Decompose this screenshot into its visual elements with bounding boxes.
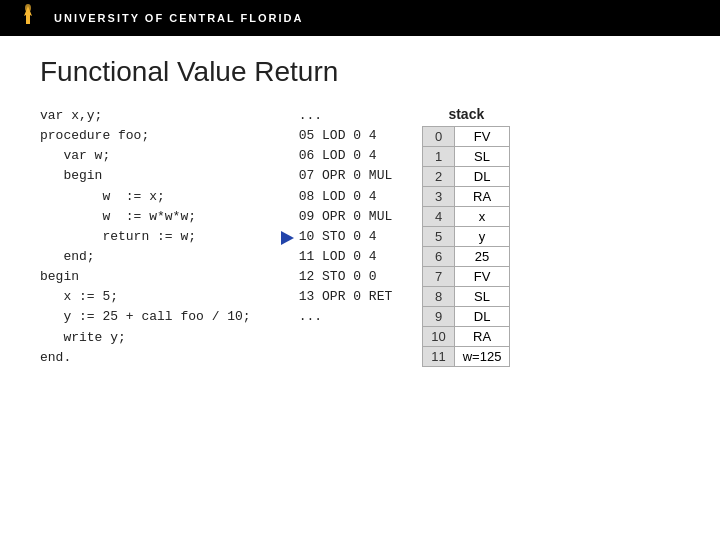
stack-row-index: 5: [423, 227, 454, 247]
main-area: var x,y; procedure foo; var w; begin w :…: [40, 106, 680, 368]
stack-row-index: 2: [423, 167, 454, 187]
stack-row-value: 25: [454, 247, 510, 267]
svg-rect-2: [26, 14, 30, 24]
stack-row-value: DL: [454, 307, 510, 327]
ucf-logo-icon: [12, 2, 44, 34]
stack-row-index: 9: [423, 307, 454, 327]
svg-point-3: [25, 4, 31, 12]
header-university-name: UNIVERSITY OF CENTRAL FLORIDA: [54, 12, 304, 24]
stack-row-value: SL: [454, 287, 510, 307]
stack-row-value: FV: [454, 127, 510, 147]
stack-row: 4x: [423, 207, 510, 227]
stack-row: 2DL: [423, 167, 510, 187]
instruction-line: 12 STO 0 0: [299, 267, 393, 287]
page-title: Functional Value Return: [40, 56, 680, 88]
stack-row-value: DL: [454, 167, 510, 187]
current-instruction-arrow-icon: [281, 231, 294, 245]
instruction-line: 08 LOD 0 4: [299, 187, 393, 207]
instruction-line: ...: [299, 106, 393, 126]
stack-row: 9DL: [423, 307, 510, 327]
stack-row: 625: [423, 247, 510, 267]
instruction-line: 05 LOD 0 4: [299, 126, 393, 146]
stack-row-value: RA: [454, 187, 510, 207]
instruction-line: 06 LOD 0 4: [299, 146, 393, 166]
stack-row-value: x: [454, 207, 510, 227]
stack-row: 0FV: [423, 127, 510, 147]
stack-row: 11w=125: [423, 347, 510, 367]
stack-table: 0FV1SL2DL3RA4x5y6257FV8SL9DL10RA11w=125: [422, 126, 510, 367]
stack-row-value: RA: [454, 327, 510, 347]
stack-label: stack: [422, 106, 510, 122]
stack-row-index: 10: [423, 327, 454, 347]
stack-section: stack 0FV1SL2DL3RA4x5y6257FV8SL9DL10RA11…: [422, 106, 510, 367]
stack-row-value: SL: [454, 147, 510, 167]
instruction-line: 13 OPR 0 RET: [299, 287, 393, 307]
stack-row-index: 4: [423, 207, 454, 227]
stack-row: 8SL: [423, 287, 510, 307]
instruction-line: 07 OPR 0 MUL: [299, 166, 393, 186]
stack-row-index: 7: [423, 267, 454, 287]
stack-row-value: y: [454, 227, 510, 247]
stack-row: 10RA: [423, 327, 510, 347]
stack-row: 3RA: [423, 187, 510, 207]
stack-row: 7FV: [423, 267, 510, 287]
stack-row-value: w=125: [454, 347, 510, 367]
stack-row-value: FV: [454, 267, 510, 287]
instructions-panel: ...05 LOD 0 406 LOD 0 407 OPR 0 MUL08 LO…: [281, 106, 393, 328]
page-content: Functional Value Return var x,y; procedu…: [0, 36, 720, 378]
code-block: var x,y; procedure foo; var w; begin w :…: [40, 106, 251, 368]
stack-row-index: 3: [423, 187, 454, 207]
stack-row-index: 0: [423, 127, 454, 147]
instruction-line: ...: [299, 307, 393, 327]
stack-row-index: 8: [423, 287, 454, 307]
instruction-line: 11 LOD 0 4: [299, 247, 393, 267]
stack-row: 5y: [423, 227, 510, 247]
stack-row: 1SL: [423, 147, 510, 167]
stack-row-index: 11: [423, 347, 454, 367]
instruction-line: 09 OPR 0 MUL: [299, 207, 393, 227]
header-bar: UNIVERSITY OF CENTRAL FLORIDA: [0, 0, 720, 36]
stack-row-index: 1: [423, 147, 454, 167]
instruction-line: 10 STO 0 4: [299, 227, 393, 247]
stack-row-index: 6: [423, 247, 454, 267]
